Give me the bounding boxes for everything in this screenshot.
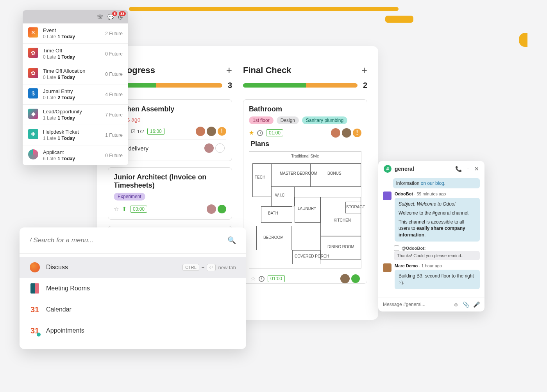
time-badge: 01:00 bbox=[268, 275, 285, 282]
activity-dropdown: ☏ 💬5 ◷33 ✕ Event 0 Late1 Today 2 Future … bbox=[23, 10, 128, 165]
chat-channel-name: general bbox=[395, 166, 414, 172]
activity-title: Applicant bbox=[43, 149, 100, 155]
avatar bbox=[196, 127, 205, 136]
chat-message: OdooBot · 59 minutes ago Subject: Welcom… bbox=[383, 192, 480, 242]
blog-link[interactable]: on our blog bbox=[421, 181, 444, 186]
card-title: Junior Architect (Invoice on Timesheets) bbox=[114, 173, 226, 190]
palette-item-appointments[interactable]: 31 Appointments bbox=[20, 320, 246, 341]
decorative-stroke bbox=[129, 7, 399, 11]
add-card-button[interactable]: + bbox=[226, 64, 232, 76]
avatar bbox=[340, 274, 350, 283]
avatar-mini bbox=[394, 245, 399, 251]
chat-reply-body: Thanks! Could you please remind... bbox=[394, 251, 480, 260]
status-badge bbox=[351, 274, 360, 283]
card-subtext: 2 days ago bbox=[114, 116, 226, 123]
tag: 1st floor bbox=[249, 116, 274, 124]
mic-icon[interactable]: 🎤 bbox=[473, 301, 480, 308]
journal-icon: $ bbox=[28, 88, 38, 98]
palette-item-label: Calendar bbox=[46, 306, 72, 313]
activity-title: Time Off bbox=[43, 48, 100, 54]
upload-icon[interactable]: ⬆ bbox=[122, 206, 127, 213]
activity-meta: 1 Late1 Today bbox=[43, 115, 100, 121]
appointments-icon: 31 bbox=[30, 326, 40, 336]
attach-icon[interactable]: 📎 bbox=[463, 301, 469, 308]
avatar bbox=[207, 127, 216, 136]
chat-input[interactable] bbox=[383, 302, 441, 307]
emoji-icon[interactable]: ☺ bbox=[453, 301, 459, 308]
card-title: Kitchen Assembly bbox=[114, 105, 226, 113]
status-empty bbox=[215, 143, 225, 153]
timeoff-icon: ✿ bbox=[28, 68, 38, 78]
messages-icon[interactable]: 💬5 bbox=[107, 14, 114, 20]
status-badge: ! bbox=[353, 129, 361, 137]
activity-title: Helpdesk Ticket bbox=[43, 129, 100, 135]
card-title: Bathroom bbox=[249, 105, 361, 113]
clock-icon bbox=[257, 130, 263, 136]
palette-item-discuss[interactable]: Discuss CTRL + ⏎ new tab bbox=[20, 257, 246, 278]
palette-item-label: Discuss bbox=[46, 264, 68, 271]
tag: Design bbox=[277, 116, 299, 124]
activity-item[interactable]: ◆ Lead/Opportunity 1 Late1 Today 7 Futur… bbox=[23, 105, 128, 125]
activity-item[interactable]: ✿ Time Off Allocation 0 Late6 Today 0 Fu… bbox=[23, 64, 128, 84]
kanban-card[interactable]: Bathroom 1st floor Design Sanitary plumb… bbox=[243, 99, 367, 284]
minimize-icon[interactable]: − bbox=[467, 166, 470, 172]
activity-item[interactable]: ✕ Event 0 Late1 Today 2 Future bbox=[23, 23, 128, 44]
chat-meta: Marc Demo · 1 hour ago bbox=[395, 263, 480, 268]
activity-item[interactable]: ✿ Time Off 0 Late1 Today 0 Future bbox=[23, 44, 128, 64]
time-badge: 16:00 bbox=[147, 128, 164, 135]
command-palette: 🔍 Discuss CTRL + ⏎ new tab Meeting Rooms… bbox=[20, 227, 246, 349]
tag: Experiment bbox=[114, 193, 145, 200]
star-icon[interactable]: ☆ bbox=[250, 275, 256, 282]
discuss-icon bbox=[30, 262, 40, 272]
activity-item[interactable]: ✚ Helpdesk Ticket 1 Late1 Today 1 Future bbox=[23, 125, 128, 145]
avatar bbox=[383, 263, 391, 272]
activity-item[interactable]: $ Journal Entry 0 Late2 Today 4 Future bbox=[23, 84, 128, 105]
activity-title: Time Off Allocation bbox=[43, 68, 100, 74]
palette-item-meeting-rooms[interactable]: Meeting Rooms bbox=[20, 278, 246, 299]
time-badge: 03:00 bbox=[130, 206, 147, 213]
activity-header: ☏ 💬5 ◷33 bbox=[23, 10, 128, 23]
add-card-button[interactable]: + bbox=[361, 64, 367, 76]
kanban-card[interactable]: Junior Architect (Invoice on Timesheets)… bbox=[108, 167, 232, 220]
decorative-stroke bbox=[385, 16, 413, 23]
kanban-column-final-check: Final Check + 2 Bathroom 1st floor Desig… bbox=[243, 64, 367, 320]
activity-future: 1 Future bbox=[105, 132, 123, 138]
avatar bbox=[207, 204, 216, 214]
chat-message: Marc Demo · 1 hour ago Building B3, seco… bbox=[383, 263, 480, 289]
activity-future: 7 Future bbox=[105, 112, 123, 118]
search-icon[interactable]: 🔍 bbox=[227, 236, 236, 245]
activity-future: 0 Future bbox=[105, 72, 123, 77]
activity-meta: 6 Late1 Today bbox=[43, 156, 100, 161]
activity-future: 0 Future bbox=[105, 51, 123, 57]
star-icon[interactable]: ★ bbox=[249, 129, 254, 136]
search-input[interactable] bbox=[30, 236, 195, 244]
close-icon[interactable]: ✕ bbox=[474, 166, 479, 172]
palette-item-calendar[interactable]: 31 Calendar bbox=[20, 299, 246, 320]
call-icon[interactable]: 📞 bbox=[455, 166, 462, 172]
star-icon[interactable]: ☆ bbox=[114, 206, 119, 213]
column-count: 2 bbox=[363, 81, 367, 90]
activity-future: 4 Future bbox=[105, 92, 123, 97]
floorplan-image: Traditional Style MASTER BEDROOM BONUS T… bbox=[249, 151, 361, 268]
lead-icon: ◆ bbox=[28, 109, 38, 119]
meeting-rooms-icon bbox=[30, 283, 39, 294]
activity-title: Lead/Opportunity bbox=[43, 109, 100, 115]
event-icon: ✕ bbox=[28, 27, 38, 38]
phone-icon[interactable]: ☏ bbox=[97, 14, 104, 20]
activity-future: 2 Future bbox=[105, 31, 123, 36]
status-badge bbox=[218, 205, 226, 213]
activity-future: 0 Future bbox=[105, 153, 123, 158]
activity-item[interactable]: Applicant 6 Late1 Today 0 Future bbox=[23, 145, 128, 165]
chat-bubble: Subject: Welcome to Odoo! Welcome to the… bbox=[395, 198, 480, 242]
activity-meta: 0 Late2 Today bbox=[43, 95, 100, 100]
activity-meta: 0 Late1 Today bbox=[43, 34, 100, 39]
palette-hint: CTRL + ⏎ new tab bbox=[182, 264, 236, 271]
activity-title: Event bbox=[43, 27, 100, 33]
decorative-dot bbox=[519, 33, 527, 47]
palette-item-label: Meeting Rooms bbox=[46, 285, 90, 292]
helpdesk-icon: ✚ bbox=[28, 129, 38, 139]
activities-icon[interactable]: ◷33 bbox=[118, 14, 123, 20]
chat-reply-head: @OdooBot: bbox=[394, 245, 480, 251]
avatar bbox=[383, 192, 391, 200]
hash-icon: # bbox=[384, 165, 391, 173]
